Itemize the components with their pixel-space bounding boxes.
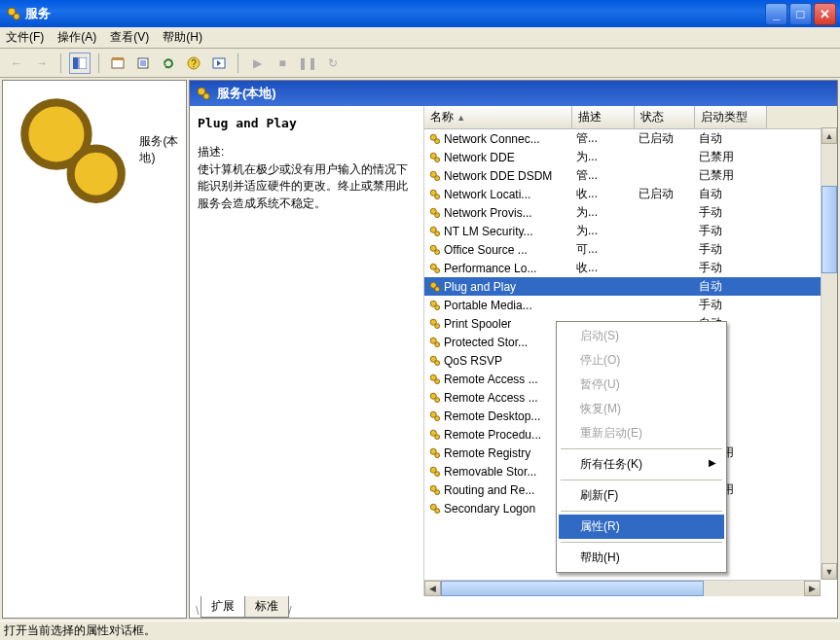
- menu-view[interactable]: 查看(V): [110, 29, 149, 46]
- toolbar-button[interactable]: [208, 53, 230, 74]
- col-startup[interactable]: 启动类型: [695, 106, 767, 128]
- separator: [98, 53, 99, 73]
- scroll-down-arrow[interactable]: ▼: [822, 563, 837, 580]
- row-name: Remote Access ...: [444, 391, 538, 405]
- show-hide-tree-button[interactable]: [69, 53, 91, 74]
- context-menu: 启动(S) 停止(O) 暂停(U) 恢复(M) 重新启动(E) 所有任务(K)▶…: [556, 321, 727, 573]
- svg-point-39: [435, 360, 440, 365]
- svg-point-33: [435, 304, 440, 309]
- service-icon: [428, 373, 442, 386]
- service-row[interactable]: Office Source ...可...手动: [424, 240, 837, 259]
- back-button[interactable]: ←: [6, 53, 27, 74]
- row-name: Protected Stor...: [444, 336, 528, 349]
- ctx-help[interactable]: 帮助(H): [559, 546, 724, 570]
- scroll-up-arrow[interactable]: ▲: [822, 127, 837, 144]
- service-row[interactable]: Network Provis...为...手动: [424, 203, 837, 222]
- row-name: Secondary Logon: [444, 502, 535, 516]
- tree-pane: 服务(本地): [2, 80, 187, 619]
- service-icon: [428, 299, 442, 312]
- row-desc: 为...: [572, 149, 635, 165]
- stop-button[interactable]: ■: [272, 53, 293, 74]
- service-icon: [428, 132, 442, 146]
- right-pane-header: 服务(本地): [190, 81, 837, 106]
- ctx-start[interactable]: 启动(S): [559, 324, 724, 348]
- svg-point-17: [435, 157, 440, 161]
- refresh-button[interactable]: [158, 53, 179, 74]
- row-name: Remote Procedu...: [444, 428, 541, 442]
- minimize-button[interactable]: _: [765, 3, 787, 25]
- ctx-restart[interactable]: 重新启动(E): [559, 421, 724, 445]
- row-name: Print Spooler: [444, 317, 511, 331]
- row-startup: 已禁用: [695, 149, 767, 165]
- ctx-properties[interactable]: 属性(R): [559, 515, 724, 539]
- horizontal-scrollbar[interactable]: ◀ ▶: [424, 580, 821, 596]
- service-row[interactable]: Performance Lo...收...手动: [424, 259, 837, 277]
- svg-rect-5: [112, 57, 124, 60]
- tree-root-item[interactable]: 服务(本地): [3, 85, 186, 215]
- toolbar: ← → ? ▶ ■ ❚❚ ↻: [0, 49, 840, 78]
- service-row[interactable]: Plug and Play自动: [424, 277, 837, 296]
- list-header: 名称 ▲ 描述 状态 启动类型: [424, 106, 837, 129]
- service-icon: [428, 428, 442, 442]
- service-row[interactable]: Network DDE为...已禁用: [424, 148, 837, 166]
- service-row[interactable]: Network DDE DSDM管...已禁用: [424, 166, 837, 185]
- separator: [237, 53, 238, 73]
- close-button[interactable]: ✕: [814, 3, 836, 25]
- start-button[interactable]: ▶: [246, 53, 268, 74]
- separator: [561, 542, 722, 543]
- svg-point-43: [435, 397, 440, 402]
- row-startup: 自动: [695, 130, 767, 147]
- row-startup: 自动: [695, 186, 767, 202]
- row-startup: 手动: [695, 260, 767, 276]
- svg-point-37: [435, 341, 440, 346]
- row-startup: 手动: [695, 241, 767, 258]
- separator: [60, 53, 61, 73]
- row-startup: 已禁用: [695, 167, 767, 184]
- svg-point-31: [435, 286, 440, 291]
- svg-rect-4: [112, 59, 124, 68]
- vertical-scrollbar[interactable]: ▲ ▼: [821, 127, 837, 580]
- menu-action[interactable]: 操作(A): [57, 29, 96, 46]
- properties-button[interactable]: [107, 53, 128, 74]
- forward-button[interactable]: →: [31, 53, 53, 74]
- maximize-button[interactable]: □: [789, 3, 812, 25]
- restart-button[interactable]: ↻: [322, 53, 344, 74]
- pause-button[interactable]: ❚❚: [297, 53, 318, 74]
- service-row[interactable]: Network Locati...收...已启动自动: [424, 185, 837, 203]
- ctx-all-tasks[interactable]: 所有任务(K)▶: [559, 452, 724, 477]
- col-status[interactable]: 状态: [635, 106, 695, 128]
- service-icon: [428, 502, 442, 516]
- ctx-resume[interactable]: 恢复(M): [559, 397, 724, 421]
- svg-point-27: [435, 249, 440, 254]
- svg-point-1: [14, 14, 19, 19]
- svg-point-23: [435, 212, 440, 217]
- col-desc[interactable]: 描述: [572, 106, 635, 128]
- svg-point-55: [435, 508, 440, 513]
- menu-file[interactable]: 文件(F): [6, 29, 44, 46]
- ctx-refresh[interactable]: 刷新(F): [559, 483, 724, 508]
- scroll-right-arrow[interactable]: ▶: [804, 581, 821, 596]
- scroll-left-arrow[interactable]: ◀: [424, 581, 441, 596]
- ctx-stop[interactable]: 停止(O): [559, 348, 724, 373]
- tab-extended[interactable]: 扩展: [201, 596, 245, 618]
- row-name: Network Provis...: [444, 206, 532, 220]
- menu-help[interactable]: 帮助(H): [163, 29, 202, 46]
- service-row[interactable]: Portable Media...手动: [424, 296, 837, 314]
- col-name[interactable]: 名称 ▲: [424, 106, 572, 128]
- hscroll-thumb[interactable]: [441, 581, 704, 596]
- tabstrip: \ 扩展 标准 /: [190, 596, 837, 618]
- right-pane: 服务(本地) Plug and Play 描述: 使计算机在极少或没有用户输入的…: [189, 80, 838, 619]
- scroll-thumb[interactable]: [822, 186, 837, 273]
- svg-point-13: [203, 93, 209, 99]
- service-row[interactable]: Network Connec...管...已启动自动: [424, 129, 837, 148]
- row-name: Remote Access ...: [444, 373, 538, 386]
- export-button[interactable]: [132, 53, 154, 74]
- row-desc: 可...: [572, 241, 635, 258]
- svg-point-49: [435, 452, 440, 457]
- tab-standard[interactable]: 标准: [244, 596, 289, 618]
- service-row[interactable]: NT LM Security...为...手动: [424, 222, 837, 240]
- help-button[interactable]: ?: [183, 53, 204, 74]
- row-name: Performance Lo...: [444, 262, 536, 275]
- row-name: Plug and Play: [444, 280, 516, 294]
- ctx-pause[interactable]: 暂停(U): [559, 373, 724, 397]
